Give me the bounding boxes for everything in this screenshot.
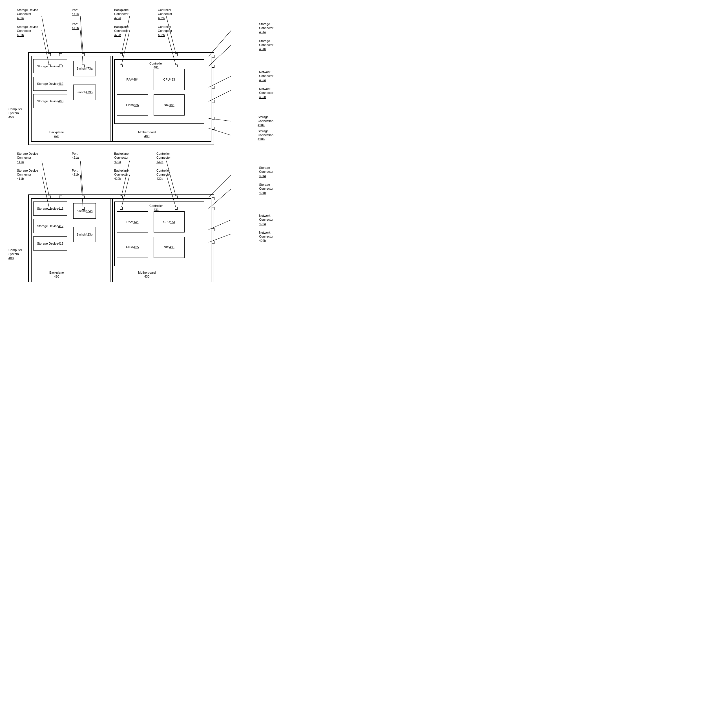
label-sc-451a: StorageConnector451a xyxy=(259,22,274,34)
conn-sq-lower-bpc-a xyxy=(120,196,122,198)
label-sc-401b: StorageConnector401b xyxy=(259,183,274,195)
conn-sq-lower-cc-b xyxy=(175,207,177,210)
label-controller-481: Controller481 xyxy=(149,61,163,70)
label-storage-conn-490a: StorageConnection490a xyxy=(258,115,274,127)
conn-sq-upper-cc-b xyxy=(175,64,177,67)
conn-sq-lower-bpc-b xyxy=(120,207,122,210)
label-cc-482a: ControllerConnector482a xyxy=(158,8,172,20)
conn-sq-upper-3 xyxy=(48,64,51,67)
label-port-471b: Port471b xyxy=(72,22,79,30)
label-sdc-461a: Storage DeviceConnector461a xyxy=(17,8,38,20)
conn-sq-upper-right-5 xyxy=(212,117,214,120)
label-nc-402b: NetworkConnector402b xyxy=(259,231,274,243)
lower-ram-434: RAM434 xyxy=(117,211,148,233)
svg-line-22 xyxy=(208,175,231,197)
label-sdc-461b: Storage DeviceConnector461b xyxy=(17,25,38,37)
conn-sq-upper-port-b xyxy=(82,64,84,67)
label-sdc-411a: Storage DeviceConnector411a xyxy=(17,151,38,164)
conn-sq-upper-bpc-b xyxy=(120,64,122,67)
conn-sq-lower-port-b xyxy=(82,207,84,210)
svg-line-0 xyxy=(42,16,49,55)
label-sdc-411b: Storage DeviceConnector411b xyxy=(17,168,38,180)
conn-sq-upper-bpc-a xyxy=(120,53,122,56)
conn-sq-upper-right-6 xyxy=(212,127,214,130)
lower-switch-423b: Switch423b xyxy=(73,227,96,242)
label-cc-432b: ControllerConnector432b xyxy=(156,168,171,180)
label-controller-431: Controller431 xyxy=(149,204,163,212)
label-bpc-422a: BackplaneConnector422a xyxy=(114,151,128,164)
label-cc-432a: ControllerConnector432a xyxy=(156,151,171,164)
label-cc-482b: ControllerConnector482b xyxy=(158,25,172,37)
label-computer-system-450: ComputerSystem450 xyxy=(8,107,22,119)
conn-sq-lower-cc-a xyxy=(175,196,177,198)
conn-sq-upper-right-3 xyxy=(212,86,214,89)
upper-switch-473a: Switch473a xyxy=(73,61,96,76)
label-sc-401a: StorageConnector401a xyxy=(259,166,274,178)
label-motherboard-480: Motherboard480 xyxy=(138,130,156,138)
upper-cpu-483: CPU483 xyxy=(154,69,185,90)
conn-sq-lower-1 xyxy=(48,196,51,198)
label-port-421a: Port421a xyxy=(72,151,79,160)
label-computer-system-400: ComputerSystem400 xyxy=(8,248,22,260)
conn-sq-upper-1 xyxy=(48,53,51,56)
conn-sq-lower-right-2 xyxy=(212,207,214,210)
label-port-421b: Port421b xyxy=(72,168,79,177)
label-port-471a: Port471a xyxy=(72,8,79,16)
label-backplane-420: Backplane420 xyxy=(49,271,64,279)
conn-sq-upper-cc-a xyxy=(175,53,177,56)
lower-storage-device-412: Storage Device412 xyxy=(33,219,67,233)
upper-storage-device-462: Storage Device462 xyxy=(33,76,67,91)
label-motherboard-430: Motherboard430 xyxy=(138,271,156,279)
label-nc-402a: NetworkConnector402a xyxy=(259,214,274,226)
label-bpc-422b: BackplaneConnector422b xyxy=(114,168,128,180)
diagram-container: Storage DeviceConnector461a Storage Devi… xyxy=(0,0,282,282)
conn-sq-lower-3 xyxy=(48,207,51,210)
svg-line-16 xyxy=(80,161,83,197)
lower-storage-device-413: Storage Device413 xyxy=(33,236,67,251)
upper-flash-485: Flash485 xyxy=(117,95,148,116)
label-storage-conn-490b: StorageConnection490b xyxy=(258,129,274,141)
lower-cpu-433: CPU433 xyxy=(154,211,185,233)
upper-storage-device-463: Storage Device463 xyxy=(33,94,67,108)
conn-sq-lower-2 xyxy=(59,196,62,198)
conn-sq-upper-right-4 xyxy=(212,100,214,103)
label-nc-452b: NetworkConnector452b xyxy=(259,87,274,99)
conn-sq-lower-right-1 xyxy=(212,197,214,200)
label-sc-451b: StorageConnector451b xyxy=(259,39,274,51)
conn-sq-upper-4 xyxy=(59,64,62,67)
conn-sq-upper-right-1 xyxy=(212,55,214,58)
upper-switch-473b: Switch473b xyxy=(73,84,96,100)
svg-line-2 xyxy=(80,16,83,55)
label-nc-452a: NetworkConnector452a xyxy=(259,70,274,82)
upper-nic-486: NIC486 xyxy=(154,95,185,116)
label-backplane-470: Backplane470 xyxy=(49,130,64,138)
lower-switch-423a: Switch423a xyxy=(73,203,96,219)
upper-ram-484: RAM484 xyxy=(117,69,148,90)
lower-flash-435: Flash435 xyxy=(117,237,148,258)
label-bpc-472b: BackplaneConnector472b xyxy=(114,25,128,37)
conn-sq-upper-right-2 xyxy=(212,65,214,67)
conn-sq-lower-right-4 xyxy=(212,241,214,244)
svg-line-14 xyxy=(42,161,49,197)
conn-sq-lower-right-3 xyxy=(212,228,214,231)
conn-sq-lower-4 xyxy=(59,207,62,210)
conn-sq-upper-2 xyxy=(59,53,62,56)
conn-sq-lower-port-a xyxy=(82,196,84,198)
lower-nic-436: NIC436 xyxy=(154,237,185,258)
conn-sq-upper-port-a xyxy=(82,53,84,56)
label-bpc-472a: BackplaneConnector472a xyxy=(114,8,128,20)
